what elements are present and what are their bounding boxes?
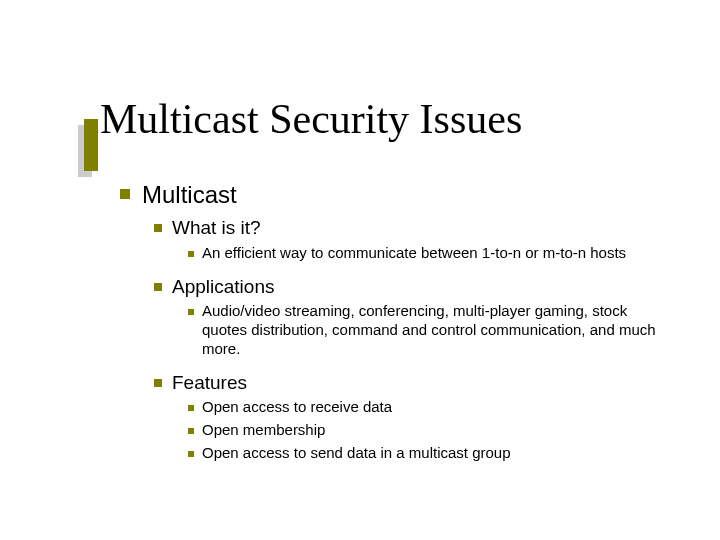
- bullet-text: Multicast: [142, 180, 660, 210]
- bullet-l3-feat-2: Open membership: [188, 421, 660, 440]
- title-bar-icon: [84, 119, 98, 171]
- content-area: Multicast What is it? An efficient way t…: [120, 180, 660, 467]
- bullet-l3-efficient: An efficient way to communicate between …: [188, 244, 660, 263]
- square-bullet-icon: [154, 379, 162, 387]
- slide-title: Multicast Security Issues: [100, 95, 522, 143]
- bullet-text: An efficient way to communicate between …: [202, 244, 660, 263]
- bullet-text: Features: [172, 371, 660, 395]
- slide: Multicast Security Issues Multicast What…: [0, 0, 720, 540]
- bullet-l2-what-is-it: What is it?: [154, 216, 660, 240]
- bullet-text: Applications: [172, 275, 660, 299]
- title-block: Multicast Security Issues: [100, 95, 522, 143]
- bullet-l3-feat-3: Open access to send data in a multicast …: [188, 444, 660, 463]
- square-bullet-icon: [188, 309, 194, 315]
- square-bullet-icon: [188, 405, 194, 411]
- square-bullet-icon: [154, 283, 162, 291]
- bullet-text: What is it?: [172, 216, 660, 240]
- bullet-l3-apps-list: Audio/video streaming, conferencing, mul…: [188, 302, 660, 358]
- square-bullet-icon: [188, 428, 194, 434]
- square-bullet-icon: [154, 224, 162, 232]
- bullet-l2-features: Features: [154, 371, 660, 395]
- bullet-l3-feat-1: Open access to receive data: [188, 398, 660, 417]
- bullet-text: Audio/video streaming, conferencing, mul…: [202, 302, 660, 358]
- square-bullet-icon: [188, 451, 194, 457]
- bullet-text: Open access to send data in a multicast …: [202, 444, 660, 463]
- square-bullet-icon: [188, 251, 194, 257]
- square-bullet-icon: [120, 189, 130, 199]
- bullet-text: Open access to receive data: [202, 398, 660, 417]
- bullet-text: Open membership: [202, 421, 660, 440]
- bullet-l2-applications: Applications: [154, 275, 660, 299]
- bullet-l1-multicast: Multicast: [120, 180, 660, 210]
